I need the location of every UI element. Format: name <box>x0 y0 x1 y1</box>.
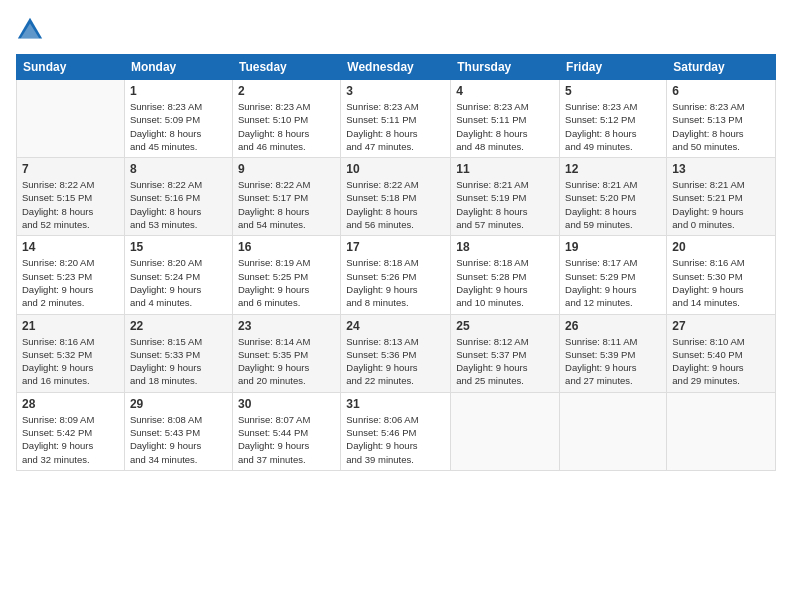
day-info: Sunrise: 8:18 AM Sunset: 5:28 PM Dayligh… <box>456 256 554 309</box>
calendar-table: SundayMondayTuesdayWednesdayThursdayFrid… <box>16 54 776 471</box>
calendar-cell: 18Sunrise: 8:18 AM Sunset: 5:28 PM Dayli… <box>451 236 560 314</box>
day-info: Sunrise: 8:23 AM Sunset: 5:11 PM Dayligh… <box>456 100 554 153</box>
day-header-saturday: Saturday <box>667 55 776 80</box>
calendar-cell: 4Sunrise: 8:23 AM Sunset: 5:11 PM Daylig… <box>451 80 560 158</box>
logo-icon <box>16 16 44 44</box>
day-info: Sunrise: 8:15 AM Sunset: 5:33 PM Dayligh… <box>130 335 227 388</box>
day-info: Sunrise: 8:07 AM Sunset: 5:44 PM Dayligh… <box>238 413 335 466</box>
calendar-cell: 7Sunrise: 8:22 AM Sunset: 5:15 PM Daylig… <box>17 158 125 236</box>
calendar-cell: 21Sunrise: 8:16 AM Sunset: 5:32 PM Dayli… <box>17 314 125 392</box>
day-number: 21 <box>22 319 119 333</box>
day-number: 19 <box>565 240 661 254</box>
day-info: Sunrise: 8:23 AM Sunset: 5:11 PM Dayligh… <box>346 100 445 153</box>
day-number: 1 <box>130 84 227 98</box>
day-info: Sunrise: 8:22 AM Sunset: 5:15 PM Dayligh… <box>22 178 119 231</box>
day-info: Sunrise: 8:20 AM Sunset: 5:23 PM Dayligh… <box>22 256 119 309</box>
page: SundayMondayTuesdayWednesdayThursdayFrid… <box>0 0 792 612</box>
logo <box>16 16 48 44</box>
day-number: 6 <box>672 84 770 98</box>
day-header-wednesday: Wednesday <box>341 55 451 80</box>
day-info: Sunrise: 8:21 AM Sunset: 5:19 PM Dayligh… <box>456 178 554 231</box>
calendar-cell: 6Sunrise: 8:23 AM Sunset: 5:13 PM Daylig… <box>667 80 776 158</box>
calendar-cell: 8Sunrise: 8:22 AM Sunset: 5:16 PM Daylig… <box>124 158 232 236</box>
day-number: 29 <box>130 397 227 411</box>
header <box>16 16 776 44</box>
calendar-cell: 5Sunrise: 8:23 AM Sunset: 5:12 PM Daylig… <box>560 80 667 158</box>
day-info: Sunrise: 8:10 AM Sunset: 5:40 PM Dayligh… <box>672 335 770 388</box>
day-info: Sunrise: 8:22 AM Sunset: 5:17 PM Dayligh… <box>238 178 335 231</box>
day-number: 17 <box>346 240 445 254</box>
day-number: 8 <box>130 162 227 176</box>
day-header-monday: Monday <box>124 55 232 80</box>
day-info: Sunrise: 8:17 AM Sunset: 5:29 PM Dayligh… <box>565 256 661 309</box>
calendar-cell: 3Sunrise: 8:23 AM Sunset: 5:11 PM Daylig… <box>341 80 451 158</box>
day-number: 7 <box>22 162 119 176</box>
day-info: Sunrise: 8:21 AM Sunset: 5:20 PM Dayligh… <box>565 178 661 231</box>
day-info: Sunrise: 8:20 AM Sunset: 5:24 PM Dayligh… <box>130 256 227 309</box>
calendar-cell: 22Sunrise: 8:15 AM Sunset: 5:33 PM Dayli… <box>124 314 232 392</box>
calendar-cell: 9Sunrise: 8:22 AM Sunset: 5:17 PM Daylig… <box>232 158 340 236</box>
day-info: Sunrise: 8:06 AM Sunset: 5:46 PM Dayligh… <box>346 413 445 466</box>
calendar-cell: 26Sunrise: 8:11 AM Sunset: 5:39 PM Dayli… <box>560 314 667 392</box>
day-info: Sunrise: 8:12 AM Sunset: 5:37 PM Dayligh… <box>456 335 554 388</box>
calendar-cell: 12Sunrise: 8:21 AM Sunset: 5:20 PM Dayli… <box>560 158 667 236</box>
calendar-cell <box>560 392 667 470</box>
calendar-cell: 19Sunrise: 8:17 AM Sunset: 5:29 PM Dayli… <box>560 236 667 314</box>
day-number: 16 <box>238 240 335 254</box>
day-number: 26 <box>565 319 661 333</box>
calendar-cell: 28Sunrise: 8:09 AM Sunset: 5:42 PM Dayli… <box>17 392 125 470</box>
day-info: Sunrise: 8:19 AM Sunset: 5:25 PM Dayligh… <box>238 256 335 309</box>
day-number: 4 <box>456 84 554 98</box>
day-info: Sunrise: 8:21 AM Sunset: 5:21 PM Dayligh… <box>672 178 770 231</box>
week-row-1: 1Sunrise: 8:23 AM Sunset: 5:09 PM Daylig… <box>17 80 776 158</box>
day-number: 28 <box>22 397 119 411</box>
calendar-cell: 30Sunrise: 8:07 AM Sunset: 5:44 PM Dayli… <box>232 392 340 470</box>
day-number: 23 <box>238 319 335 333</box>
calendar-cell: 17Sunrise: 8:18 AM Sunset: 5:26 PM Dayli… <box>341 236 451 314</box>
week-row-3: 14Sunrise: 8:20 AM Sunset: 5:23 PM Dayli… <box>17 236 776 314</box>
day-number: 27 <box>672 319 770 333</box>
calendar-cell: 14Sunrise: 8:20 AM Sunset: 5:23 PM Dayli… <box>17 236 125 314</box>
day-header-thursday: Thursday <box>451 55 560 80</box>
day-number: 10 <box>346 162 445 176</box>
day-number: 25 <box>456 319 554 333</box>
day-number: 31 <box>346 397 445 411</box>
day-info: Sunrise: 8:16 AM Sunset: 5:32 PM Dayligh… <box>22 335 119 388</box>
week-row-5: 28Sunrise: 8:09 AM Sunset: 5:42 PM Dayli… <box>17 392 776 470</box>
day-info: Sunrise: 8:22 AM Sunset: 5:16 PM Dayligh… <box>130 178 227 231</box>
calendar-cell <box>667 392 776 470</box>
day-number: 22 <box>130 319 227 333</box>
day-number: 12 <box>565 162 661 176</box>
day-number: 5 <box>565 84 661 98</box>
day-header-tuesday: Tuesday <box>232 55 340 80</box>
day-number: 13 <box>672 162 770 176</box>
day-number: 24 <box>346 319 445 333</box>
day-number: 11 <box>456 162 554 176</box>
day-info: Sunrise: 8:23 AM Sunset: 5:10 PM Dayligh… <box>238 100 335 153</box>
day-info: Sunrise: 8:09 AM Sunset: 5:42 PM Dayligh… <box>22 413 119 466</box>
day-number: 2 <box>238 84 335 98</box>
day-number: 14 <box>22 240 119 254</box>
day-header-friday: Friday <box>560 55 667 80</box>
day-number: 30 <box>238 397 335 411</box>
calendar-cell: 1Sunrise: 8:23 AM Sunset: 5:09 PM Daylig… <box>124 80 232 158</box>
calendar-cell: 13Sunrise: 8:21 AM Sunset: 5:21 PM Dayli… <box>667 158 776 236</box>
calendar-cell <box>451 392 560 470</box>
day-info: Sunrise: 8:23 AM Sunset: 5:09 PM Dayligh… <box>130 100 227 153</box>
calendar-cell <box>17 80 125 158</box>
calendar-cell: 27Sunrise: 8:10 AM Sunset: 5:40 PM Dayli… <box>667 314 776 392</box>
day-number: 18 <box>456 240 554 254</box>
day-number: 3 <box>346 84 445 98</box>
day-number: 20 <box>672 240 770 254</box>
calendar-cell: 10Sunrise: 8:22 AM Sunset: 5:18 PM Dayli… <box>341 158 451 236</box>
day-info: Sunrise: 8:14 AM Sunset: 5:35 PM Dayligh… <box>238 335 335 388</box>
calendar-body: 1Sunrise: 8:23 AM Sunset: 5:09 PM Daylig… <box>17 80 776 471</box>
day-info: Sunrise: 8:23 AM Sunset: 5:13 PM Dayligh… <box>672 100 770 153</box>
calendar-cell: 20Sunrise: 8:16 AM Sunset: 5:30 PM Dayli… <box>667 236 776 314</box>
calendar-cell: 15Sunrise: 8:20 AM Sunset: 5:24 PM Dayli… <box>124 236 232 314</box>
day-info: Sunrise: 8:11 AM Sunset: 5:39 PM Dayligh… <box>565 335 661 388</box>
calendar-cell: 11Sunrise: 8:21 AM Sunset: 5:19 PM Dayli… <box>451 158 560 236</box>
calendar-header: SundayMondayTuesdayWednesdayThursdayFrid… <box>17 55 776 80</box>
calendar-cell: 29Sunrise: 8:08 AM Sunset: 5:43 PM Dayli… <box>124 392 232 470</box>
day-info: Sunrise: 8:18 AM Sunset: 5:26 PM Dayligh… <box>346 256 445 309</box>
